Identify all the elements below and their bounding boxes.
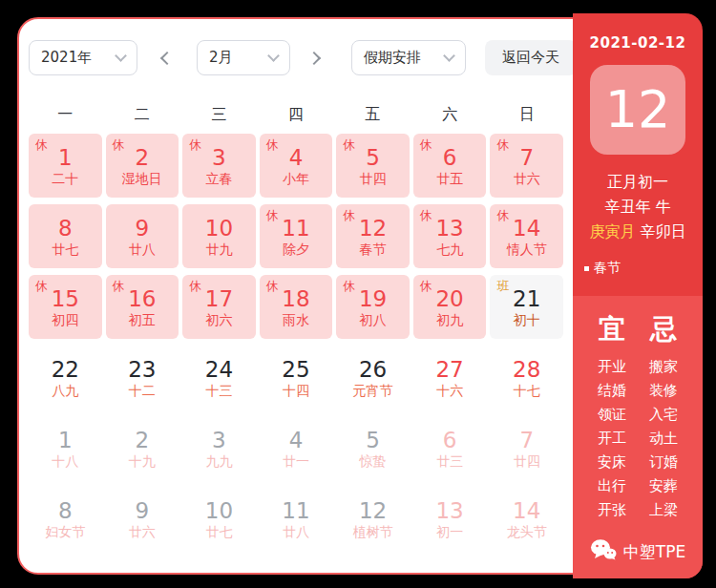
day-lunar-label: 十三 [205, 384, 232, 397]
ji-title: 忌 [649, 311, 678, 347]
year-select[interactable]: 2021年 [29, 40, 137, 75]
day-lunar-label: 廿八 [283, 525, 309, 538]
day-cell[interactable]: 9廿八 [106, 204, 179, 268]
weekday-label: 一 [29, 105, 102, 125]
day-cell[interactable]: 休13七九 [413, 204, 487, 268]
day-cell[interactable]: 班21初十 [490, 275, 563, 339]
chevron-right-icon[interactable] [307, 51, 321, 64]
rest-badge: 休 [266, 280, 279, 292]
day-lunar-label: 廿三 [436, 454, 463, 468]
day-cell[interactable]: 5惊蛰 [336, 416, 410, 480]
day-lunar-label: 廿六 [129, 525, 156, 538]
holiday-select[interactable]: 假期安排 [351, 40, 466, 75]
day-lunar-label: 廿一 [283, 454, 309, 468]
rest-badge: 休 [266, 138, 279, 151]
day-lunar-label: 廿七 [52, 242, 78, 256]
day-lunar-label: 初一 [436, 525, 463, 538]
rest-badge: 休 [113, 280, 125, 292]
day-cell[interactable]: 休4小年 [260, 134, 333, 198]
day-lunar-label: 湿地日 [122, 172, 162, 185]
day-number: 20 [435, 288, 463, 310]
day-cell[interactable]: 14龙头节 [490, 487, 563, 551]
day-cell[interactable]: 22八九 [29, 346, 102, 410]
day-cell[interactable]: 休6廿五 [413, 134, 487, 198]
chevron-left-icon[interactable] [160, 51, 174, 64]
day-cell[interactable]: 休11除夕 [260, 204, 333, 268]
day-cell[interactable]: 休14情人节 [490, 204, 563, 268]
day-number: 22 [52, 359, 79, 381]
yi-item: 出行 [598, 474, 626, 498]
day-cell[interactable]: 休2湿地日 [106, 134, 179, 198]
lunar-date: 正月初一 [573, 170, 703, 195]
day-cell[interactable]: 休20初九 [413, 275, 487, 339]
day-cell[interactable]: 1十八 [29, 416, 102, 480]
ji-item: 安葬 [649, 474, 678, 498]
chevron-down-icon [267, 50, 280, 62]
day-cell[interactable]: 休17初六 [182, 275, 256, 339]
day-cell[interactable]: 休5廿四 [336, 134, 410, 198]
day-lunar-label: 初五 [129, 313, 156, 326]
day-cell[interactable]: 休1二十 [29, 134, 102, 198]
day-cell[interactable]: 7廿四 [490, 416, 563, 480]
day-lunar-label: 七九 [436, 242, 463, 256]
day-number: 11 [282, 500, 309, 522]
day-cell[interactable]: 6廿三 [413, 416, 487, 480]
day-cell[interactable]: 28十七 [490, 346, 563, 410]
ji-item: 搬家 [649, 355, 678, 379]
day-number: 5 [366, 147, 380, 169]
rest-badge: 休 [35, 280, 48, 292]
day-cell[interactable]: 休18雨水 [260, 275, 333, 339]
yi-item: 安床 [598, 451, 626, 474]
day-cell[interactable]: 12植树节 [336, 487, 410, 551]
day-cell[interactable]: 24十三 [182, 346, 256, 410]
day-cell[interactable]: 3九九 [182, 416, 256, 480]
day-cell[interactable]: 8妇女节 [29, 487, 102, 551]
day-number: 23 [128, 359, 156, 381]
day-cell[interactable]: 25十四 [260, 346, 333, 410]
rest-badge: 休 [343, 280, 355, 292]
day-cell[interactable]: 休7廿六 [490, 134, 563, 198]
today-sidebar: 2021-02-12 12 正月初一 辛丑年 牛 庚寅月 辛卯日 春节 宜 开业… [573, 13, 703, 578]
day-cell[interactable]: 休12春节 [336, 204, 410, 268]
day-cell[interactable]: 13初一 [413, 487, 487, 551]
day-cell[interactable]: 11廿八 [260, 487, 333, 551]
yi-title: 宜 [598, 311, 626, 347]
day-lunar-label: 龙头节 [507, 525, 547, 538]
month-select[interactable]: 2月 [197, 40, 290, 75]
day-cell[interactable]: 9廿六 [106, 487, 179, 551]
back-to-today-button[interactable]: 返回今天 [485, 40, 577, 75]
day-cell[interactable]: 休15初四 [29, 275, 102, 339]
day-cell[interactable]: 10廿七 [182, 487, 256, 551]
day-cell[interactable]: 27十六 [413, 346, 487, 410]
day-cell[interactable]: 休16初五 [106, 275, 179, 339]
day-cell[interactable]: 23十二 [106, 346, 179, 410]
day-lunar-label: 十四 [283, 384, 309, 397]
day-cell[interactable]: 2十九 [106, 416, 179, 480]
calendar-grid: 休1二十休2湿地日休3立春休4小年休5廿四休6廿五休7廿六8廿七9廿八10廿九休… [29, 134, 563, 551]
day-number: 10 [205, 500, 233, 522]
day-cell[interactable]: 10廿九 [182, 204, 256, 268]
day-cell[interactable]: 26元宵节 [336, 346, 410, 410]
day-number: 14 [513, 218, 540, 240]
day-cell[interactable]: 4廿一 [260, 416, 333, 480]
ganzhi-month-day: 庚寅月 辛卯日 [573, 220, 703, 244]
day-number: 13 [435, 218, 463, 240]
day-lunar-label: 春节 [360, 242, 387, 256]
day-lunar-label: 廿四 [360, 172, 387, 185]
day-lunar-label: 二十 [52, 172, 78, 185]
day-cell[interactable]: 8廿七 [29, 204, 102, 268]
rest-badge: 休 [266, 209, 279, 221]
yi-column: 宜 开业结婚领证开工安床出行开张 [598, 311, 626, 522]
weekday-header: 一二三四五六日 [29, 105, 563, 125]
yi-item: 结婚 [598, 379, 626, 403]
chevron-down-icon [443, 50, 455, 62]
ji-item: 上梁 [649, 498, 678, 522]
almanac-section: 宜 开业结婚领证开工安床出行开张 忌 搬家装修入宅动土订婚安葬上梁 [573, 296, 703, 578]
day-number: 7 [519, 430, 534, 452]
day-lunar-label: 小年 [283, 172, 309, 185]
day-cell[interactable]: 休3立春 [182, 134, 256, 198]
day-cell[interactable]: 休19初八 [336, 275, 410, 339]
day-number: 14 [513, 500, 540, 522]
day-number: 28 [513, 359, 540, 381]
day-number: 3 [212, 430, 226, 452]
